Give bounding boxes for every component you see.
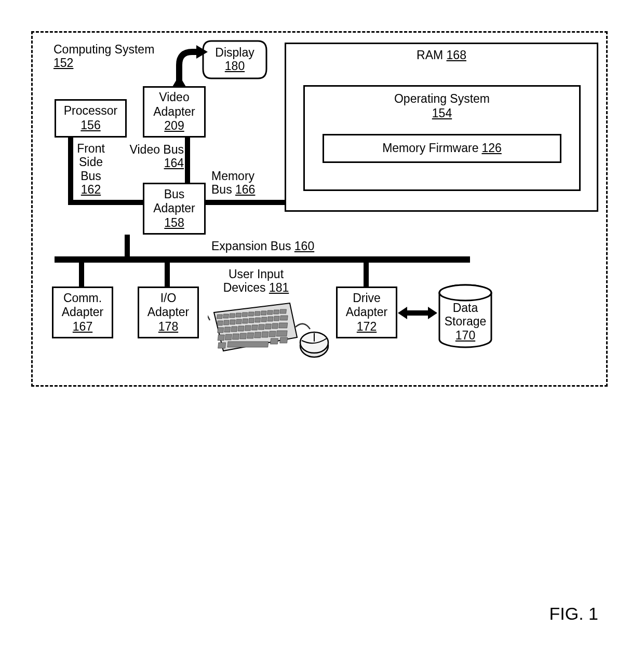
bus-adapter-l2: Adapter xyxy=(153,201,195,216)
svg-rect-16 xyxy=(230,320,235,324)
display-text: Display xyxy=(215,46,254,59)
svg-rect-34 xyxy=(279,323,288,328)
ds-l2: Storage xyxy=(445,315,487,328)
svg-rect-17 xyxy=(236,319,242,324)
svg-rect-11 xyxy=(267,310,273,315)
svg-rect-47 xyxy=(280,337,288,343)
processor-ref: 156 xyxy=(81,118,100,133)
svg-rect-29 xyxy=(245,325,251,331)
svg-rect-35 xyxy=(218,335,224,340)
fsb-bus-v xyxy=(68,138,73,205)
ds-ref: 170 xyxy=(455,329,475,342)
svg-rect-21 xyxy=(261,317,267,322)
svg-rect-37 xyxy=(232,334,239,339)
svg-rect-6 xyxy=(236,313,242,317)
svg-rect-10 xyxy=(261,311,266,315)
svg-rect-15 xyxy=(223,320,229,325)
processor-block: Processor 156 xyxy=(55,99,127,138)
computing-system-ref: 152 xyxy=(53,56,73,70)
exp-to-comm xyxy=(79,262,84,287)
svg-rect-9 xyxy=(254,311,260,316)
svg-marker-54 xyxy=(398,307,407,319)
comm-ref: 167 xyxy=(73,320,92,334)
comm-l2: Adapter xyxy=(62,305,104,320)
svg-marker-1 xyxy=(172,75,186,87)
video-bus-label: Video Bus 164 xyxy=(127,143,184,170)
svg-rect-42 xyxy=(269,331,276,337)
ram-label: RAM xyxy=(417,48,443,62)
fsb-bus-h xyxy=(68,200,144,205)
bus-adapter-l1: Bus xyxy=(164,187,185,202)
svg-rect-38 xyxy=(239,333,246,339)
svg-rect-12 xyxy=(274,310,279,314)
memory-bus-l2: Bus xyxy=(211,183,232,196)
user-input-label: User Input Devices 181 xyxy=(214,267,298,295)
double-arrow-icon xyxy=(398,305,437,321)
io-ref: 178 xyxy=(158,320,178,334)
video-adapter-text2: Adapter xyxy=(153,105,195,119)
ui-ref: 181 xyxy=(269,281,289,294)
processor-text: Processor xyxy=(64,104,118,118)
comm-adapter-block: Comm. Adapter 167 xyxy=(52,287,113,338)
ram-ref: 168 xyxy=(447,48,466,62)
video-adapter-ref: 209 xyxy=(164,119,184,133)
memory-bus-ref: 166 xyxy=(235,183,255,196)
svg-rect-23 xyxy=(274,316,279,321)
mem-firmware-label: Memory Firmware xyxy=(382,141,478,156)
svg-rect-43 xyxy=(276,331,287,336)
video-bus xyxy=(185,138,190,184)
svg-rect-4 xyxy=(223,314,229,318)
bus-adapter-block: Bus Adapter 158 xyxy=(143,183,206,235)
display-arrow xyxy=(171,44,208,87)
ui-l1: User Input xyxy=(229,267,284,281)
svg-rect-32 xyxy=(265,324,271,329)
computing-system-label: Computing System 152 xyxy=(53,43,154,70)
svg-rect-33 xyxy=(272,323,278,329)
drive-l2: Adapter xyxy=(346,305,388,320)
fsb-l1: Front xyxy=(77,142,105,155)
comm-l1: Comm. xyxy=(63,291,102,306)
svg-rect-41 xyxy=(262,332,269,337)
video-bus-ref: 164 xyxy=(164,156,184,170)
io-adapter-block: I/O Adapter 178 xyxy=(138,287,199,338)
mem-firmware-ref: 126 xyxy=(481,141,501,156)
svg-rect-19 xyxy=(249,318,254,323)
svg-rect-46 xyxy=(270,338,278,344)
busadapter-to-exp xyxy=(125,235,130,260)
video-adapter-block: Video Adapter 209 xyxy=(143,86,206,138)
display-ref: 180 xyxy=(225,59,245,73)
expansion-bus-main xyxy=(55,256,470,263)
svg-rect-22 xyxy=(267,317,273,321)
svg-rect-8 xyxy=(248,312,254,316)
video-adapter-text1: Video xyxy=(159,90,189,105)
computing-system-text: Computing System xyxy=(53,43,154,56)
fsb-ref: 162 xyxy=(81,183,101,196)
os-label: Operating System xyxy=(394,92,490,106)
ui-l2: Devices xyxy=(223,281,266,294)
data-storage-label: Data Storage 170 xyxy=(439,301,491,342)
fsb-l3: Bus xyxy=(81,169,101,183)
svg-rect-18 xyxy=(243,319,248,323)
svg-rect-28 xyxy=(238,326,244,331)
svg-rect-20 xyxy=(255,318,261,322)
drive-ref: 172 xyxy=(357,320,377,334)
memory-bus xyxy=(206,200,286,205)
memory-bus-l1: Memory xyxy=(211,169,254,183)
keyboard-icon xyxy=(208,297,306,354)
svg-marker-55 xyxy=(428,307,437,319)
svg-rect-44 xyxy=(227,342,269,347)
svg-rect-31 xyxy=(258,324,264,330)
drive-l1: Drive xyxy=(353,291,381,306)
memory-bus-label: Memory Bus 166 xyxy=(211,169,274,197)
svg-rect-14 xyxy=(217,321,223,325)
exp-to-io xyxy=(165,262,170,287)
svg-rect-27 xyxy=(231,326,237,332)
svg-point-52 xyxy=(439,285,491,301)
video-bus-text: Video Bus xyxy=(130,143,184,156)
svg-rect-39 xyxy=(247,333,254,338)
io-l2: Adapter xyxy=(147,305,190,320)
fsb-l2: Side xyxy=(79,155,103,169)
mem-firmware-block: Memory Firmware 126 xyxy=(323,134,561,163)
drive-adapter-block: Drive Adapter 172 xyxy=(336,287,397,338)
svg-marker-0 xyxy=(196,45,208,59)
